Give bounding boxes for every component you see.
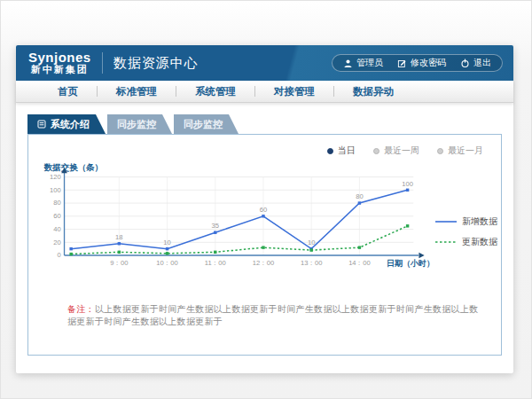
x-axis-title: 日期（小时） bbox=[387, 259, 434, 268]
y-tick-label: 20 bbox=[53, 239, 60, 246]
content-panel: 当日最近一周最近一月 数据交换（条）0204060801001209：0010：… bbox=[27, 134, 502, 356]
radio-dot-icon bbox=[327, 148, 333, 154]
x-tick-label: 13：00 bbox=[301, 259, 322, 267]
data-point bbox=[69, 247, 72, 250]
chart-section: 数据交换（条）0204060801001209：0010：0011：0012：0… bbox=[28, 157, 501, 286]
x-tick-label: 14：00 bbox=[348, 259, 371, 267]
footnote: 备注：以上数据更新于时间产生数据以上数据更新于时间产生数据以上数据更新于时间产生… bbox=[67, 303, 485, 328]
data-point-label: 35 bbox=[212, 222, 219, 230]
logo-text: Synjones bbox=[28, 51, 91, 65]
x-tick-label: 10：00 bbox=[156, 259, 178, 267]
legend-item-2[interactable]: 更新数据 bbox=[435, 236, 497, 248]
user-toolbar: 管理员修改密码退出 bbox=[332, 54, 503, 72]
tab-2[interactable]: 同步监控 bbox=[107, 114, 172, 134]
y-tick-label: 60 bbox=[53, 212, 60, 220]
tab-label: 系统介绍 bbox=[51, 118, 90, 131]
main-nav: 首页标准管理系统管理对接管理数据异动 bbox=[16, 81, 513, 103]
app-window: Synjones 新中新集团 数据资源中心 管理员修改密码退出 首页标准管理系统… bbox=[16, 45, 513, 373]
radio-option-3[interactable]: 最近一月 bbox=[437, 145, 483, 157]
nav-item-4[interactable]: 对接管理 bbox=[255, 85, 333, 98]
y-tick-label: 40 bbox=[53, 225, 60, 233]
user-icon bbox=[343, 59, 353, 68]
user-toolbar-item-2[interactable]: 修改密码 bbox=[397, 57, 446, 69]
tab-bar: 系统介绍同步监控同步监控 bbox=[27, 114, 513, 134]
user-toolbar-label: 管理员 bbox=[356, 57, 383, 69]
chart-legend: 新增数据更新数据 bbox=[435, 215, 497, 248]
data-point bbox=[309, 248, 312, 251]
data-point bbox=[406, 224, 409, 227]
user-toolbar-label: 退出 bbox=[473, 57, 491, 69]
nav-item-1[interactable]: 首页 bbox=[39, 85, 97, 98]
legend-line-icon bbox=[435, 239, 457, 246]
legend-label: 更新数据 bbox=[462, 236, 497, 248]
y-axis-title: 数据交换（条） bbox=[43, 162, 104, 173]
y-tick-label: 80 bbox=[53, 199, 60, 207]
data-point-label: 10 bbox=[308, 239, 315, 246]
data-point bbox=[262, 215, 264, 217]
data-point bbox=[69, 253, 72, 255]
footnote-text: 以上数据更新于时间产生数据以上数据更新于时间产生数据以上数据更新于时间产生数据以… bbox=[67, 304, 479, 326]
data-point bbox=[358, 246, 361, 248]
data-point bbox=[118, 251, 121, 254]
radio-label: 最近一月 bbox=[448, 145, 483, 157]
data-point bbox=[118, 242, 121, 245]
tab-label: 同步监控 bbox=[117, 118, 156, 131]
nav-item-5[interactable]: 数据异动 bbox=[334, 85, 412, 98]
radio-option-2[interactable]: 最近一周 bbox=[373, 145, 419, 157]
data-point bbox=[406, 189, 409, 192]
legend-item-1[interactable]: 新增数据 bbox=[435, 215, 497, 228]
logo-subtext: 新中新集团 bbox=[28, 65, 91, 75]
header-divider bbox=[102, 52, 103, 74]
nav-item-3[interactable]: 系统管理 bbox=[176, 85, 254, 98]
power-icon bbox=[460, 59, 470, 68]
nav-item-2[interactable]: 标准管理 bbox=[98, 85, 176, 98]
x-tick-label: 12：00 bbox=[253, 259, 275, 267]
radio-label: 最近一周 bbox=[384, 145, 419, 157]
data-point-label: 100 bbox=[402, 180, 413, 188]
user-toolbar-item-1[interactable]: 管理员 bbox=[343, 57, 383, 69]
data-point bbox=[358, 201, 361, 204]
y-tick-label: 120 bbox=[50, 173, 61, 181]
y-tick-label: 100 bbox=[50, 186, 61, 194]
radio-label: 当日 bbox=[338, 145, 356, 157]
app-header: Synjones 新中新集团 数据资源中心 管理员修改密码退出 bbox=[16, 45, 513, 81]
user-toolbar-label: 修改密码 bbox=[411, 57, 446, 69]
x-tick-label: 9：00 bbox=[110, 259, 128, 267]
content-area: 系统介绍同步监控同步监控 当日最近一周最近一月 数据交换（条）020406080… bbox=[16, 103, 513, 356]
footnote-label: 备注： bbox=[67, 304, 95, 314]
data-point bbox=[214, 251, 216, 254]
data-point-label: 18 bbox=[115, 233, 122, 241]
line-chart: 数据交换（条）0204060801001209：0010：0011：0012：0… bbox=[39, 157, 435, 286]
desktop-background: Synjones 新中新集团 数据资源中心 管理员修改密码退出 首页标准管理系统… bbox=[0, 0, 532, 399]
tab-1[interactable]: 系统介绍 bbox=[27, 114, 106, 134]
tab-3[interactable]: 同步监控 bbox=[174, 114, 239, 134]
legend-line-icon bbox=[435, 218, 457, 225]
legend-label: 新增数据 bbox=[462, 215, 497, 228]
y-tick-label: 0 bbox=[57, 251, 60, 259]
document-icon bbox=[37, 120, 46, 129]
radio-option-1[interactable]: 当日 bbox=[327, 145, 356, 157]
brand-logo: Synjones 新中新集团 bbox=[28, 51, 91, 74]
data-point bbox=[214, 231, 216, 234]
data-point bbox=[166, 247, 168, 250]
page-title: 数据资源中心 bbox=[113, 55, 199, 72]
time-range-filter: 当日最近一周最近一月 bbox=[28, 135, 501, 157]
radio-dot-icon bbox=[373, 148, 379, 154]
tab-label: 同步监控 bbox=[184, 118, 223, 131]
data-point bbox=[262, 246, 264, 248]
edit-icon bbox=[397, 59, 407, 68]
x-axis-arrow-icon bbox=[419, 253, 424, 259]
x-tick-label: 11：00 bbox=[205, 259, 226, 267]
data-point-label: 80 bbox=[356, 192, 363, 200]
data-point bbox=[166, 252, 168, 254]
radio-dot-icon bbox=[437, 148, 443, 154]
user-toolbar-item-3[interactable]: 退出 bbox=[460, 57, 491, 69]
data-point-label: 10 bbox=[163, 239, 170, 246]
data-point-label: 60 bbox=[260, 206, 267, 214]
